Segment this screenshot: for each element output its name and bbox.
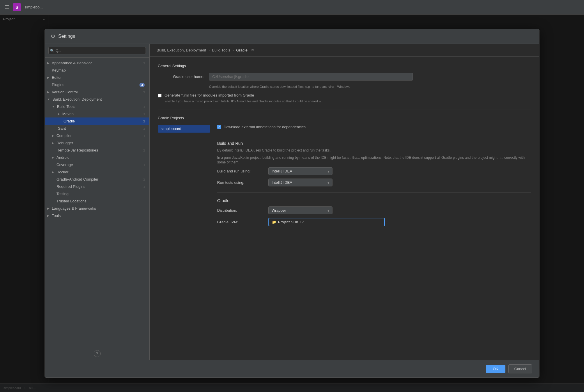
gradle-projects-title: Gradle Projects: [158, 116, 531, 120]
build-and-run-desc2: In a pure Java/Kotlin project, building …: [217, 155, 531, 165]
sidebar-item-version-control[interactable]: ▶ Version Control □: [45, 88, 149, 96]
build-and-run-title: Build and Run: [217, 141, 531, 146]
dialog-body: 🔍 ▶ Appearance & Behavior □: [45, 44, 539, 360]
build-run-section: Build and Run By default IntelliJ IDEA u…: [217, 141, 531, 226]
general-settings-title: General Settings: [158, 64, 531, 68]
content-main: General Settings Gradle user home: Overr…: [150, 57, 539, 360]
gradle-jvm-row: Gradle JVM: 📁 Project SDK 17: [217, 218, 531, 226]
gradle-projects-section: simpleboard ✓ Download external annotati…: [158, 125, 531, 230]
run-tests-using-label: Run tests using:: [217, 180, 264, 185]
sidebar-item-pin-icon: □: [143, 120, 145, 123]
generate-iml-checkbox[interactable]: [158, 94, 162, 97]
sidebar-item-keymap[interactable]: Keymap: [45, 67, 149, 74]
sidebar-item-label: Maven: [62, 112, 74, 116]
distribution-label: Distribution:: [217, 208, 264, 213]
project-list-item[interactable]: simpleboard: [158, 125, 210, 133]
sidebar-item-label: Editor: [52, 75, 62, 80]
external-link-icon[interactable]: ⧉: [252, 48, 254, 52]
dialog-header: ⚙ Settings: [45, 29, 539, 44]
sidebar-item-label: Compiler: [56, 133, 72, 138]
expand-arrow-icon: ▶: [52, 141, 54, 145]
menu-icon[interactable]: ☰: [5, 4, 9, 10]
sidebar-item-plugins[interactable]: Plugins 3: [45, 81, 149, 88]
sidebar-item-trusted-locations[interactable]: Trusted Locations: [45, 197, 149, 205]
dialog-footer: OK Cancel: [45, 360, 539, 377]
sidebar-item-languages[interactable]: ▶ Languages & Frameworks: [45, 205, 149, 212]
divider-1: [158, 110, 531, 110]
download-annotations-row: ✓ Download external annotations for depe…: [217, 125, 531, 129]
build-and-run-using-wrapper: IntelliJ IDEA Gradle: [268, 167, 332, 175]
expand-arrow-icon: ▶: [47, 61, 49, 65]
sidebar-item-label: Appearance & Behavior: [52, 61, 92, 65]
sidebar-item-label: Docker: [56, 170, 68, 174]
gradle-user-home-input[interactable]: [209, 73, 413, 81]
ok-button[interactable]: OK: [486, 365, 505, 373]
sidebar-item-docker[interactable]: ▶ Docker: [45, 168, 149, 176]
expand-arrow-icon: ▶: [52, 170, 54, 174]
gradle-options: ✓ Download external annotations for depe…: [217, 125, 531, 230]
search-icon: 🔍: [50, 49, 54, 53]
breadcrumb-separator-1: ›: [208, 48, 210, 52]
sidebar-item-remote-jar[interactable]: Remote Jar Repositories □: [45, 147, 149, 154]
distribution-select[interactable]: Wrapper Local installation Gradle versio…: [268, 206, 332, 214]
breadcrumb-part-2: Build Tools: [212, 48, 230, 52]
sidebar-item-label: Tools: [52, 213, 61, 218]
run-tests-using-wrapper: IntelliJ IDEA Gradle: [268, 179, 332, 186]
sidebar-item-label: Gant: [58, 126, 66, 131]
sidebar-item-maven[interactable]: ▶ Maven □: [45, 110, 149, 117]
build-and-run-using-label: Build and run using:: [217, 169, 264, 173]
sidebar-item-build-exec[interactable]: ▼ Build, Execution, Deployment: [45, 96, 149, 103]
sidebar-item-pin-icon: □: [143, 149, 145, 152]
sidebar-item-label: Keymap: [52, 68, 66, 72]
expand-arrow-icon: ▶: [47, 90, 49, 94]
expand-arrow-icon: ▶: [52, 134, 54, 137]
dialog-overlay: ⚙ Settings 🔍 ▶ Appearance: [0, 15, 584, 392]
help-area: ?: [45, 347, 149, 360]
sidebar-item-gradle-android[interactable]: Gradle-Android Compiler □: [45, 176, 149, 183]
settings-sidebar: 🔍 ▶ Appearance & Behavior □: [45, 44, 150, 360]
sidebar-item-build-tools[interactable]: ▼ Build Tools □: [45, 103, 149, 110]
sidebar-item-pin-icon: □: [143, 127, 145, 130]
settings-icon: ⚙: [51, 33, 55, 40]
dialog-title: Settings: [58, 34, 75, 39]
sidebar-item-gant[interactable]: Gant □: [45, 125, 149, 132]
expand-arrow-icon: ▶: [47, 214, 49, 217]
app-logo: S: [13, 3, 21, 11]
top-bar: ☰ S simplebo...: [0, 0, 584, 15]
sdk-icon: 📁: [272, 220, 276, 224]
distribution-row: Distribution: Wrapper Local installation…: [217, 206, 531, 214]
build-and-run-using-row: Build and run using: IntelliJ IDEA Gradl…: [217, 167, 531, 175]
gradle-section-title: Gradle: [217, 198, 531, 203]
sidebar-item-testing[interactable]: Testing: [45, 190, 149, 197]
sidebar-item-appearance[interactable]: ▶ Appearance & Behavior □: [45, 59, 149, 67]
sidebar-item-pin-icon: □: [143, 90, 145, 94]
sidebar-item-gradle[interactable]: Gradle □: [45, 117, 149, 125]
gradle-user-home-row: Gradle user home:: [158, 73, 531, 81]
sidebar-item-pin-icon: □: [143, 105, 145, 108]
expand-arrow-icon: ▶: [52, 156, 54, 159]
gradle-jvm-field[interactable]: 📁 Project SDK 17: [268, 218, 385, 226]
sidebar-item-coverage[interactable]: Coverage □: [45, 161, 149, 168]
generate-iml-row: Generate *.iml files for modules importe…: [158, 93, 531, 97]
run-tests-using-select[interactable]: IntelliJ IDEA Gradle: [268, 179, 332, 186]
sidebar-item-required-plugins[interactable]: Required Plugins □: [45, 183, 149, 190]
build-and-run-using-select[interactable]: IntelliJ IDEA Gradle: [268, 167, 332, 175]
expand-arrow-icon: ▼: [52, 105, 55, 108]
sidebar-item-editor[interactable]: ▶ Editor: [45, 74, 149, 81]
settings-nav: ▶ Appearance & Behavior □ Keymap ▶ Edito: [45, 58, 149, 347]
generate-iml-label: Generate *.iml files for modules importe…: [164, 93, 254, 97]
cancel-button[interactable]: Cancel: [508, 364, 532, 373]
project-name: simplebo...: [24, 5, 43, 9]
generate-iml-hint: Enable if you have a mixed project with …: [165, 99, 531, 104]
expand-arrow-icon: ▶: [47, 207, 49, 210]
run-tests-using-row: Run tests using: IntelliJ IDEA Gradle: [217, 179, 531, 186]
sidebar-item-label: Gradle: [63, 119, 75, 123]
sidebar-item-debugger[interactable]: ▶ Debugger: [45, 139, 149, 147]
sidebar-item-android[interactable]: ▶ Android: [45, 154, 149, 161]
download-annotations-checkbox[interactable]: ✓: [217, 125, 221, 129]
sidebar-item-label: Build Tools: [57, 104, 75, 109]
search-input[interactable]: [48, 47, 146, 54]
help-button[interactable]: ?: [94, 350, 101, 357]
sidebar-item-compiler[interactable]: ▶ Compiler □: [45, 132, 149, 139]
sidebar-item-tools[interactable]: ▶ Tools: [45, 212, 149, 219]
